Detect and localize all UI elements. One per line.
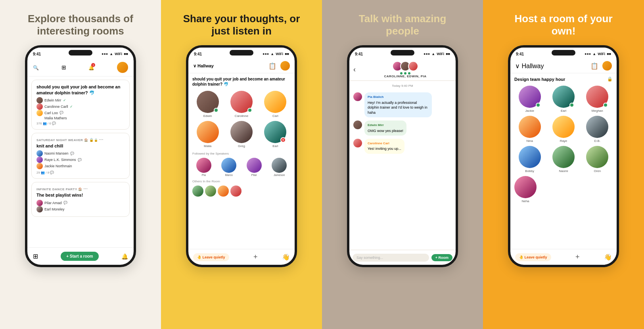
other-avatar-4 [230, 186, 242, 197]
p4-speakers-grid: Jackie Earl Meghan Nina [514, 86, 613, 173]
chat-message-2: Edwin Mirr OMG wow yes please! [353, 121, 452, 136]
others-label: Others In the Room [192, 180, 291, 183]
speaker-avatar-Carolinne [230, 91, 253, 113]
green-dot-Jackie [536, 103, 540, 107]
p4-speaker-Naomi: Naomi [548, 146, 579, 173]
p3-topbar: ‹ CAROLINNE, EDWIN, PIA [349, 59, 456, 81]
bell-wrap: 1 [88, 64, 94, 71]
chat-avatar-Edwin [353, 121, 362, 129]
chat-sender-Pia: Pia Bialich [368, 95, 429, 99]
phone-4: 9:41 ●●● ▲ WiFi ■■ ∨ Hallway 📋 Design te… [508, 45, 619, 267]
grid-icon[interactable] [61, 64, 66, 71]
p4-room-title: Design team happy hour 🔒 [514, 77, 613, 82]
doc-icon-2[interactable]: 📋 [268, 62, 276, 70]
p4-avatar-Oren [586, 146, 608, 168]
speaker-row-23: Jackie Northmain [36, 163, 125, 169]
lock-icon-4: 🔒 [607, 77, 613, 82]
group-avatar-3 [392, 61, 418, 71]
status-bar-1: 9:41 ●●● ▲ WiFi ■■ [27, 48, 134, 59]
p4-speaker-Bobby: Bobby [514, 146, 545, 173]
listener-avatar-Jameson [272, 158, 287, 173]
chat-message-3: Carolinne Carl Yes! inviting you up... [353, 139, 452, 154]
group-av-3 [408, 61, 418, 71]
speaker-name-31: Pilar Amad [44, 201, 62, 205]
speaker-avatar-32 [36, 206, 43, 212]
panel3-headline: Talk with amazing people [343, 13, 462, 37]
room-button-3[interactable]: + Room [431, 254, 452, 261]
wave-icon-4[interactable]: 👋 [604, 253, 612, 261]
room-meta-2: SATURDAY NIGHT WEAVER 🏠 🔒 ··· [36, 137, 125, 142]
speakers-row-2: Carolinne Carll ✓ [36, 103, 125, 110]
speaker-avatar-3 [36, 110, 43, 116]
status-bar-3: 9:41 ●●● ▲ WiFi ■■ [349, 48, 456, 59]
leave-quietly-button-2[interactable]: 🤚 Leave quietly [193, 253, 229, 261]
listener-name-Pilar: Pilar [251, 174, 257, 176]
user-avatar[interactable] [117, 62, 128, 73]
listener-Pilar: Pilar [243, 158, 266, 176]
chat-sender-Carolinne: Carolinne Carl [368, 141, 401, 145]
status-icons-1: ●●● ▲ WiFi ■■ [102, 52, 128, 56]
p4-speaker-DB: D.B. [582, 116, 613, 143]
p4-topbar: ∨ Hallway 📋 [510, 59, 617, 73]
p1-home-icon[interactable]: ⊞ [33, 252, 38, 260]
start-room-button[interactable]: + Start a room [61, 252, 99, 261]
leave-quietly-button-4[interactable]: 🤚 Leave quietly [515, 253, 551, 261]
room-dots-2[interactable]: ··· [99, 137, 104, 142]
p4-name-Earl: Earl [561, 109, 566, 113]
say-something-input[interactable]: Say something... [353, 254, 429, 262]
chat-message-1: Pia Bialich Hey! I'm actually a professi… [353, 92, 452, 117]
speaker-cell-Carolinne: Carolinne [226, 91, 257, 118]
back-button-3[interactable]: ‹ [353, 65, 356, 74]
chat-bubble-Pia: Pia Bialich Hey! I'm actually a professi… [364, 92, 432, 117]
p4-speaker-Oren: Oren [582, 146, 613, 173]
p4-speaker-Jackie: Jackie [514, 86, 545, 113]
speaker-name-Greg: Greg [238, 144, 245, 148]
p4-avatar-Nina [519, 116, 541, 138]
room-stats-1: 376 👥 / 6 💬 [36, 122, 125, 125]
notch-1 [69, 50, 92, 55]
user-avatar-4[interactable] [602, 61, 612, 71]
speaker-name-22: Raye L.K. Simmons [44, 158, 76, 162]
other-avatar-2 [205, 186, 216, 197]
p4-name-DB: D.B. [594, 139, 601, 143]
speaker-cell-Carl: Carl [260, 91, 291, 118]
room-card-1[interactable]: should you quit your job and become an a… [31, 80, 130, 130]
room-card-3[interactable]: INFINITE DANCE PARTY 🏠 ··· The best play… [31, 182, 130, 216]
room-meta-3: INFINITE DANCE PARTY 🏠 ··· [36, 186, 125, 191]
speaker-row-32: Earl Moreley [36, 206, 125, 212]
notch-3 [391, 50, 414, 55]
p4-speaker-Raye: Raye [548, 116, 579, 143]
p1-notif-icon[interactable]: 🔔 [121, 253, 128, 260]
room-card-2[interactable]: SATURDAY NIGHT WEAVER 🏠 🔒 ··· knit and c… [31, 133, 130, 179]
speaker-name-Carolinne: Carolinne [235, 114, 248, 118]
speaker-name-32: Earl Moreley [44, 207, 65, 211]
speaker-name-Earl: Earl [272, 144, 278, 148]
p4-speaker-Nina: Nina [514, 116, 545, 143]
panel-talk: Talk with amazing people 9:41 ●●● ▲ WiFi… [322, 0, 483, 329]
speaker-name-Malia: Malia [204, 144, 211, 148]
doc-icon-4[interactable]: 📋 [590, 62, 598, 70]
chat-bubble-Carolinne: Carolinne Carl Yes! inviting you up... [364, 139, 404, 154]
green-dot-Edwin [214, 108, 218, 113]
room-dots-3[interactable]: ··· [84, 186, 88, 191]
time-2: 9:41 [194, 52, 202, 56]
rooms-list: should you quit your job and become an a… [27, 77, 134, 247]
speaker-cell-Earl: 🎙 Earl [260, 121, 291, 148]
speaker-row-21: Naomi Mansen 💬 [36, 150, 125, 157]
p3-bottom-bar: Say something... + Room [349, 250, 456, 265]
hallway-label-2: ∨ Hallway [193, 63, 214, 69]
search-icon[interactable] [33, 64, 39, 71]
status-bar-4: 9:41 ●●● ▲ WiFi ■■ [510, 48, 617, 59]
user-avatar-2[interactable] [280, 61, 290, 71]
panel2-headline: Share your thoughts, or just listen in [182, 13, 301, 37]
wave-icon-2[interactable]: 👋 [282, 253, 290, 261]
listener-Marco: Marco [218, 158, 241, 176]
speaker-avatar-Earl: 🎙 [264, 121, 286, 143]
p4-avatar-Earl [552, 86, 575, 108]
plus-icon-2[interactable]: + [253, 253, 258, 261]
plus-icon-4[interactable]: + [575, 253, 580, 261]
notification-badge: 1 [91, 63, 95, 67]
chat-avatar-Pia [353, 92, 362, 101]
p4-avatar-Neha [514, 176, 537, 198]
speaker-avatar-Edwin [197, 91, 219, 113]
